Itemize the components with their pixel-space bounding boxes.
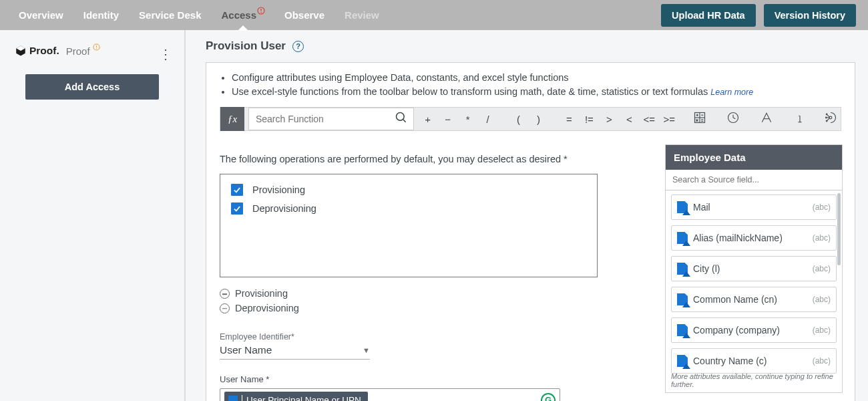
nav-tab-identity[interactable]: Identity — [83, 0, 119, 30]
svg-line-32 — [827, 114, 829, 116]
info-badge-icon — [93, 41, 100, 53]
op-div[interactable]: / — [478, 114, 498, 125]
collapse-icon[interactable] — [220, 289, 230, 299]
username-chip[interactable]: User Principal Name or UPN — [224, 392, 368, 401]
employee-data-field[interactable]: Mail(abc) — [671, 194, 837, 220]
search-function-input[interactable] — [249, 108, 389, 130]
nav-tab-review[interactable]: Review — [345, 0, 379, 30]
top-nav: Overview Identity Service Desk Access Ob… — [0, 0, 868, 30]
logic-category-icon[interactable] — [821, 111, 841, 128]
logo-icon — [15, 45, 27, 57]
operations-box: Provisioning Deprovisioning — [220, 174, 598, 277]
info-category-icon[interactable] — [790, 111, 810, 128]
op-plus[interactable]: + — [418, 114, 438, 125]
page-title: Provision User ? — [206, 39, 868, 53]
svg-point-31 — [826, 120, 827, 122]
op-lte[interactable]: <= — [639, 114, 659, 125]
svg-line-34 — [827, 118, 829, 120]
op-rparen[interactable]: ) — [529, 114, 549, 125]
field-name: Country Name (c) — [693, 356, 807, 366]
svg-point-7 — [96, 48, 97, 49]
op-neq[interactable]: != — [579, 114, 599, 125]
add-access-button[interactable]: Add Access — [25, 74, 159, 100]
deprovisioning-checkbox[interactable] — [231, 203, 243, 215]
field-name: Common Name (cn) — [693, 294, 807, 305]
field-name: City (l) — [693, 263, 807, 274]
op-mult[interactable]: * — [458, 114, 478, 125]
svg-point-8 — [396, 113, 404, 121]
field-icon — [677, 355, 688, 367]
op-gte[interactable]: >= — [659, 114, 679, 125]
svg-point-30 — [826, 117, 827, 118]
brand-label: Proof — [66, 45, 100, 57]
kebab-menu-icon[interactable]: ⋮ — [159, 46, 172, 62]
scrollbar[interactable] — [837, 193, 841, 265]
svg-line-9 — [403, 120, 405, 122]
version-history-button[interactable]: Version History — [764, 4, 856, 27]
field-type: (abc) — [813, 233, 831, 243]
math-category-icon[interactable] — [690, 111, 710, 128]
provisioning-label: Provisioning — [252, 184, 305, 195]
chip-source-icon — [228, 396, 238, 401]
field-name: Company (company) — [693, 325, 807, 336]
field-icon — [677, 293, 688, 305]
svg-point-28 — [829, 116, 832, 119]
logo-text: Proof. — [29, 45, 59, 57]
op-lt[interactable]: < — [619, 114, 639, 125]
employee-data-footer: More attributes available, continue typi… — [666, 371, 842, 392]
field-type: (abc) — [813, 295, 831, 304]
provisioning-checkbox[interactable] — [231, 184, 243, 196]
username-chip-label: User Principal Name or UPN — [246, 395, 361, 401]
text-category-icon[interactable] — [756, 111, 777, 128]
nav-tab-access-label: Access — [221, 9, 256, 21]
alert-badge-icon — [257, 5, 265, 17]
employee-data-field[interactable]: Country Name (c)(abc) — [671, 348, 837, 374]
nav-tab-access[interactable]: Access — [221, 0, 264, 30]
search-icon[interactable] — [389, 111, 413, 127]
field-type: (abc) — [813, 325, 831, 335]
employee-data-field[interactable]: Common Name (cn)(abc) — [671, 287, 837, 312]
field-type: (abc) — [813, 356, 831, 366]
svg-line-22 — [733, 118, 735, 119]
help-icon[interactable]: ? — [292, 41, 304, 52]
datetime-category-icon[interactable] — [723, 111, 743, 128]
field-icon — [677, 201, 688, 213]
field-icon — [677, 324, 688, 336]
nav-tab-overview[interactable]: Overview — [19, 0, 63, 30]
op-lparen[interactable]: ( — [509, 114, 529, 125]
employee-data-search[interactable] — [666, 170, 842, 190]
op-gt[interactable]: > — [599, 114, 619, 125]
formula-toolbar: ƒx + − * / ( ) = != > < <= — [220, 107, 841, 131]
grammarly-icon[interactable]: G — [541, 393, 556, 401]
employee-data-title: Employee Data — [666, 145, 842, 170]
username-input[interactable]: User Principal Name or UPN G — [220, 388, 560, 401]
instruction-line-1: Configure attributes using Employee Data… — [232, 71, 841, 85]
employee-identifier-select[interactable]: User Name ▼ — [220, 343, 370, 360]
content-panel: Configure attributes using Employee Data… — [206, 62, 855, 401]
nav-tab-observe[interactable]: Observe — [284, 0, 324, 30]
provisioning-section[interactable]: Provisioning — [235, 287, 288, 301]
op-eq[interactable]: = — [559, 114, 579, 125]
field-name: Alias (mailNickName) — [693, 233, 807, 243]
field-type: (abc) — [813, 203, 831, 212]
field-icon — [677, 263, 688, 275]
chevron-down-icon: ▼ — [363, 346, 370, 354]
employee-data-field[interactable]: City (l)(abc) — [671, 256, 837, 281]
instruction-line-2: Use excel-style functions from the toolb… — [232, 85, 841, 99]
employee-data-field[interactable]: Alias (mailNickName)(abc) — [671, 225, 837, 251]
upload-hr-data-button[interactable]: Upload HR Data — [661, 4, 756, 27]
nav-tab-service-desk[interactable]: Service Desk — [139, 0, 201, 30]
deprovisioning-label: Deprovisioning — [252, 203, 316, 214]
field-type: (abc) — [813, 264, 831, 273]
svg-point-2 — [260, 12, 261, 13]
field-name: Mail — [693, 202, 807, 213]
field-icon — [677, 232, 688, 244]
learn-more-link[interactable]: Learn more — [710, 88, 753, 97]
employee-data-field[interactable]: Company (company)(abc) — [671, 317, 837, 343]
employee-identifier-value: User Name — [220, 344, 272, 356]
svg-point-29 — [826, 114, 827, 115]
deprovisioning-section[interactable]: Deprovisioning — [235, 301, 299, 316]
op-minus[interactable]: − — [438, 114, 458, 125]
collapse-icon[interactable] — [220, 303, 230, 313]
svg-point-27 — [799, 112, 801, 114]
